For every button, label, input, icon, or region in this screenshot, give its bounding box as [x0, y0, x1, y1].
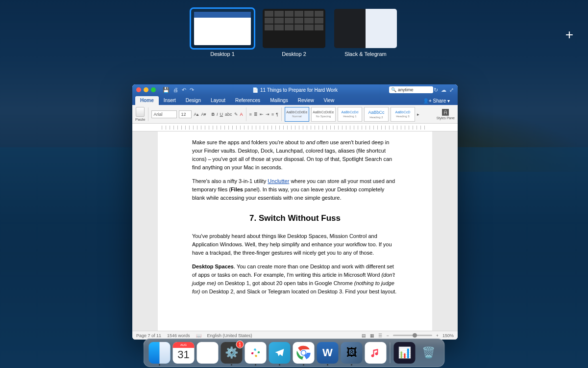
dock-separator — [390, 342, 391, 363]
sync-icon[interactable]: ↻ — [434, 87, 438, 93]
dock-music[interactable] — [365, 342, 387, 364]
svg-point-2 — [301, 351, 306, 355]
desktop-thumb-label: Desktop 1 — [210, 51, 235, 57]
zoom-out-button[interactable]: − — [386, 333, 389, 338]
ribbon: Paste Arial 12 A▴ A▾ B I U abc ✎ A ≡ ≣ ⇤… — [132, 105, 458, 124]
redo-icon[interactable]: ↷ — [190, 87, 194, 93]
save-icon[interactable]: 💾 — [163, 87, 170, 93]
mission-control-spaces-row: Desktop 1 Desktop 2 Slack & Telegram — [0, 9, 588, 57]
desktop-thumb-label: Desktop 2 — [282, 51, 306, 57]
font-color-button[interactable]: A — [240, 112, 243, 117]
body-paragraph: There's also a nifty 3-in-1 utility Uncl… — [192, 177, 398, 202]
dock-slack[interactable] — [245, 342, 267, 364]
dock-preview[interactable]: 🖼 — [341, 342, 363, 364]
dock-unclutter-widget[interactable]: 📊 — [394, 342, 416, 364]
body-paragraph: You've probably heard about things like … — [192, 232, 398, 257]
focus-view-icon[interactable]: ▤ — [362, 333, 366, 338]
close-window-button[interactable] — [136, 87, 141, 92]
page-scroll[interactable]: Make sure the apps and folders you're ab… — [132, 131, 458, 331]
ruler[interactable] — [132, 124, 458, 131]
font-size-select[interactable]: 12 — [179, 110, 192, 118]
strikethrough-button[interactable]: abc — [225, 112, 232, 117]
dock-trash[interactable]: 🗑️ — [418, 342, 440, 364]
dock-finder[interactable] — [149, 342, 171, 364]
print-icon[interactable]: 🖨 — [173, 87, 178, 93]
font-family-select[interactable]: Arial — [151, 110, 177, 118]
italic-button[interactable]: I — [217, 112, 218, 117]
badge: 1 — [236, 341, 244, 348]
expand-icon[interactable]: ⤢ — [449, 87, 454, 93]
bold-button[interactable]: B — [212, 112, 215, 117]
unclutter-link[interactable]: Unclutter — [268, 178, 289, 184]
increase-font-icon[interactable]: A▴ — [194, 112, 199, 117]
indent-decrease-icon[interactable]: ⇤ — [260, 112, 264, 117]
paste-button[interactable]: Paste — [135, 107, 145, 122]
highlight-button[interactable]: ✎ — [234, 112, 238, 117]
share-button[interactable]: 👤+ Share ▾ — [419, 97, 454, 105]
tab-design[interactable]: Design — [181, 96, 206, 105]
print-layout-icon[interactable]: ▦ — [370, 333, 374, 338]
underline-button[interactable]: U — [220, 112, 223, 117]
dock: AUG 31 ⚙️ 1 W 🖼 📊 🗑️ — [144, 339, 445, 367]
web-layout-icon[interactable]: ☰ — [378, 333, 382, 338]
page-indicator[interactable]: Page 7 of 11 — [136, 333, 161, 338]
styles-more-icon[interactable]: ▸ — [417, 112, 419, 117]
tab-review[interactable]: Review — [293, 96, 319, 105]
paragraph-icon[interactable]: ¶ — [276, 112, 278, 117]
body-paragraph: Make sure the apps and folders you're ab… — [192, 138, 398, 172]
undo-icon[interactable]: ↶ — [182, 87, 186, 93]
word-window: 💾 🖨 ↶ ↷ 📄 11 Things to Prepare for Hard … — [132, 84, 458, 340]
page[interactable]: Make sure the apps and folders you're ab… — [158, 131, 432, 331]
desktop-thumb-3[interactable]: Slack & Telegram — [334, 9, 397, 57]
body-paragraph: Desktop Spaces. You can create more than… — [192, 263, 398, 296]
zoom-slider[interactable] — [393, 335, 432, 336]
zoom-in-button[interactable]: + — [436, 333, 439, 338]
desktop-thumb-2[interactable]: Desktop 2 — [263, 9, 325, 57]
help-icon[interactable]: ☁ — [441, 87, 446, 93]
style-heading1[interactable]: AaBbCcDdHeading 1 — [338, 107, 362, 122]
dock-chrome[interactable] — [293, 342, 315, 364]
style-no-spacing[interactable]: AaBbCcDdEeNo Spacing — [311, 107, 336, 122]
style-normal[interactable]: AaBbCcDdEeNormal — [285, 107, 309, 122]
language-indicator[interactable]: English (United States) — [207, 333, 252, 338]
word-count[interactable]: 1546 words — [167, 333, 190, 338]
dock-calendar[interactable]: AUG 31 — [173, 342, 195, 364]
doc-title: 11 Things to Prepare for Hard Work — [260, 87, 338, 93]
doc-icon: 📄 — [252, 87, 258, 93]
bullet-list-icon[interactable]: ≡ — [249, 112, 252, 117]
zoom-level[interactable]: 150% — [442, 333, 454, 338]
desktop-thumb-label: Slack & Telegram — [344, 51, 386, 57]
minimize-window-button[interactable] — [144, 87, 148, 92]
tab-insert[interactable]: Insert — [159, 96, 181, 105]
align-left-icon[interactable]: ≡ — [271, 112, 274, 117]
ribbon-tabs: Home Insert Design Layout References Mai… — [132, 95, 458, 105]
tab-layout[interactable]: Layout — [206, 96, 230, 105]
search-input[interactable]: 🔍 anytime — [389, 86, 433, 93]
dock-reminders[interactable] — [197, 342, 219, 364]
dock-system-preferences[interactable]: ⚙️ 1 — [221, 342, 243, 364]
spellcheck-icon[interactable]: 📖 — [196, 333, 201, 338]
style-heading2[interactable]: AaBbCcHeading 2 — [364, 107, 389, 122]
dock-word[interactable]: W — [317, 342, 339, 364]
number-list-icon[interactable]: ≣ — [254, 112, 258, 117]
desktop-thumb-1[interactable]: Desktop 1 — [191, 9, 254, 57]
indent-increase-icon[interactable]: ⇥ — [266, 112, 270, 117]
tab-view[interactable]: View — [319, 96, 340, 105]
decrease-font-icon[interactable]: A▾ — [201, 112, 206, 117]
tab-home[interactable]: Home — [135, 96, 159, 105]
style-heading3[interactable]: AaBbCcDHeading 3 — [391, 107, 415, 122]
section-heading: 7. Switch Without Fuss — [192, 212, 398, 225]
fullscreen-window-button[interactable] — [151, 87, 156, 92]
document-area: Make sure the apps and folders you're ab… — [132, 124, 458, 331]
styles-pane-button[interactable]: 🅰 Styles Pane — [437, 108, 455, 120]
dock-telegram[interactable] — [269, 342, 291, 364]
tab-references[interactable]: References — [230, 96, 265, 105]
tab-mailings[interactable]: Mailings — [265, 96, 293, 105]
titlebar[interactable]: 💾 🖨 ↶ ↷ 📄 11 Things to Prepare for Hard … — [132, 84, 458, 95]
add-desktop-button[interactable]: + — [565, 27, 573, 43]
